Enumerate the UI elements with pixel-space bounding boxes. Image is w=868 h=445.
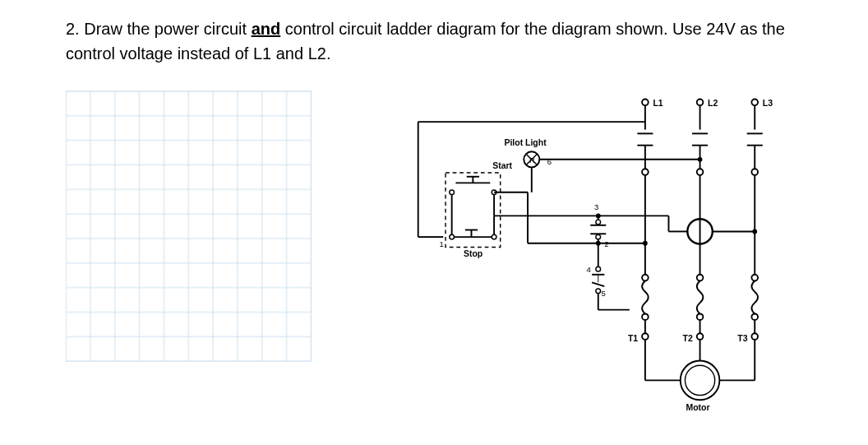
svg-point-24	[642, 313, 649, 320]
pilot-light-label: Pilot Light	[504, 138, 547, 147]
start-label: Start	[492, 161, 512, 170]
question-underlined: and	[252, 20, 281, 38]
node-1: 1	[439, 239, 443, 248]
answer-grid[interactable]	[66, 90, 312, 370]
svg-point-49	[449, 190, 454, 195]
l2-label: L2	[708, 99, 718, 108]
t1-label: T1	[627, 334, 637, 343]
question-text: 2. Draw the power circuit and control ci…	[66, 16, 802, 66]
circuit-diagram: L1 L2 L3	[394, 90, 803, 420]
svg-point-11	[642, 169, 649, 175]
power-line-l3: L3	[751, 99, 773, 130]
svg-point-30	[642, 333, 649, 340]
power-line-l1: L1	[642, 99, 663, 130]
svg-point-15	[696, 169, 703, 175]
svg-point-40	[685, 365, 714, 395]
stop-label: Stop	[463, 249, 482, 258]
l3-label: L3	[762, 99, 772, 108]
power-line-l2: L2	[696, 99, 718, 130]
svg-point-32	[696, 333, 703, 340]
svg-point-28	[751, 313, 758, 320]
svg-point-23	[642, 275, 649, 281]
svg-point-63	[595, 234, 600, 239]
svg-rect-1	[66, 91, 312, 361]
overload-contact: 4 5	[586, 243, 629, 310]
node-4: 4	[586, 265, 591, 274]
svg-point-83	[595, 267, 600, 271]
svg-line-85	[592, 282, 604, 286]
motor-label: Motor	[686, 403, 709, 412]
node-5: 5	[601, 289, 605, 298]
pilot-light-symbol: R	[524, 151, 539, 167]
main-contacts	[637, 133, 762, 174]
svg-point-67	[643, 241, 648, 246]
svg-point-87	[595, 289, 600, 294]
svg-point-4	[696, 99, 703, 105]
svg-point-45	[492, 234, 496, 239]
t3-label: T3	[737, 334, 747, 343]
svg-point-2	[642, 99, 649, 105]
svg-point-44	[449, 234, 454, 239]
svg-point-26	[696, 313, 703, 320]
overload-heaters	[642, 275, 758, 320]
svg-point-34	[751, 333, 758, 340]
svg-point-81	[697, 157, 702, 162]
question-part1: Draw the power circuit	[84, 20, 251, 38]
node-2: 2	[604, 239, 608, 248]
svg-point-72	[752, 229, 757, 234]
svg-point-25	[696, 275, 703, 281]
question-number: 2.	[66, 20, 80, 38]
t2-label: T2	[682, 334, 692, 343]
node-3: 3	[593, 202, 598, 211]
l1-label: L1	[653, 99, 663, 108]
svg-point-6	[751, 99, 758, 105]
svg-point-60	[595, 220, 600, 225]
pilot-r-label: R	[529, 155, 534, 165]
svg-point-19	[751, 169, 758, 175]
content-area: L1 L2 L3	[66, 90, 802, 420]
motor-symbol	[680, 361, 719, 401]
svg-point-27	[751, 275, 758, 281]
